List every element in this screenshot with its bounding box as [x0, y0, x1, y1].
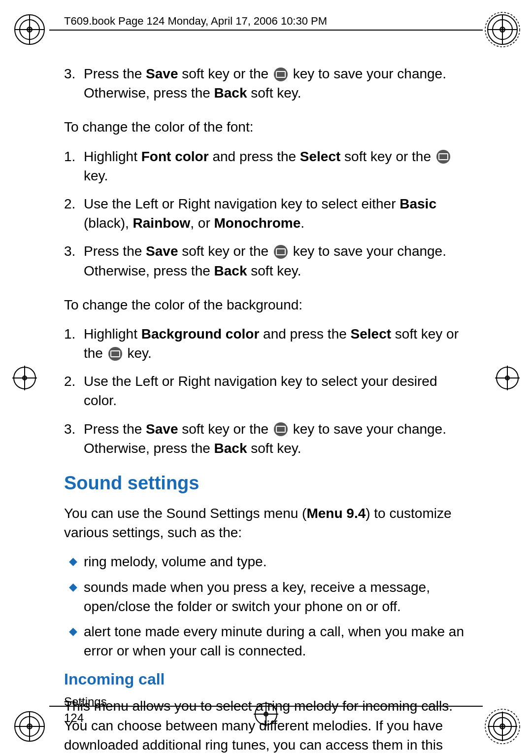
header-text: T609.book Page 124 Monday, April 17, 200…	[64, 15, 327, 28]
diamond-icon-3: ◆	[69, 624, 79, 660]
save-key-icon-3	[274, 422, 288, 436]
bg-color-steps: 1. Highlight Background color and press …	[64, 324, 468, 458]
select-key-icon-2	[108, 347, 122, 361]
side-mark-left	[10, 363, 39, 393]
diamond-icon-2: ◆	[69, 580, 79, 616]
sound-settings-intro: You can use the Sound Settings menu (Men…	[64, 504, 468, 542]
font-color-step2-content: Use the Left or Right navigation key to …	[84, 194, 468, 233]
font-color-step1: 1. Highlight Font color and press the Se…	[64, 147, 468, 185]
corner-mark-br	[483, 707, 522, 746]
font-color-step1-content: Highlight Font color and press the Selec…	[84, 147, 468, 185]
bullet-text-1: ring melody, volume and type.	[84, 552, 266, 571]
bg-color-step2-num: 2.	[64, 372, 84, 410]
font-color-step2: 2. Use the Left or Right navigation key …	[64, 194, 468, 233]
sound-settings-heading: Sound settings	[64, 473, 468, 494]
bullet-item-1: ◆ ring melody, volume and type.	[69, 552, 468, 571]
bg-color-step1: 1. Highlight Background color and press …	[64, 324, 468, 363]
corner-mark-tl	[10, 10, 49, 49]
font-color-step3: 3. Press the Save soft key or the key to…	[64, 241, 468, 280]
font-color-step2-num: 2.	[64, 194, 84, 233]
save-key-icon-2	[274, 245, 288, 259]
bg-color-step1-content: Highlight Background color and press the…	[84, 324, 468, 363]
page: T609.book Page 124 Monday, April 17, 200…	[0, 0, 532, 756]
bullet-text-3: alert tone made every minute during a ca…	[84, 622, 468, 660]
bg-color-step1-num: 1.	[64, 324, 84, 363]
bg-color-step3-num: 3.	[64, 419, 84, 458]
bg-color-step2: 2. Use the Left or Right navigation key …	[64, 372, 468, 410]
font-color-steps: 1. Highlight Font color and press the Se…	[64, 147, 468, 280]
incoming-call-heading: Incoming call	[64, 670, 468, 688]
corner-mark-bl	[10, 707, 49, 746]
font-color-step1-num: 1.	[64, 147, 84, 185]
bullet-item-3: ◆ alert tone made every minute during a …	[69, 622, 468, 660]
step3-item-1: 3. Press the Save soft key or the key to…	[64, 64, 468, 103]
bullet-text-2: sounds made when you press a key, receiv…	[84, 578, 468, 616]
bullet-item-2: ◆ sounds made when you press a key, rece…	[69, 578, 468, 616]
sound-settings-bullets: ◆ ring melody, volume and type. ◆ sounds…	[69, 552, 468, 660]
header-rule	[49, 30, 483, 31]
select-key-icon-1	[436, 150, 450, 164]
bg-color-step3: 3. Press the Save soft key or the key to…	[64, 419, 468, 458]
corner-mark-tr	[483, 10, 522, 49]
bg-color-step2-content: Use the Left or Right navigation key to …	[84, 372, 468, 410]
main-content: 3. Press the Save soft key or the key to…	[64, 49, 468, 697]
bg-color-intro: To change the color of the background:	[64, 295, 468, 314]
step3-list-1: 3. Press the Save soft key or the key to…	[64, 64, 468, 103]
font-color-step3-content: Press the Save soft key or the key to sa…	[84, 241, 468, 280]
font-color-step3-num: 3.	[64, 241, 84, 280]
step3-content-1: Press the Save soft key or the key to sa…	[84, 64, 468, 103]
incoming-call-text: This menu allows you to select a ring me…	[64, 696, 468, 756]
save-key-icon-1	[274, 68, 288, 81]
diamond-icon-1: ◆	[69, 554, 79, 571]
bg-color-step3-content: Press the Save soft key or the key to sa…	[84, 419, 468, 458]
step3-num-1: 3.	[64, 64, 84, 103]
font-color-intro: To change the color of the font:	[64, 117, 468, 137]
side-mark-right	[493, 363, 522, 393]
